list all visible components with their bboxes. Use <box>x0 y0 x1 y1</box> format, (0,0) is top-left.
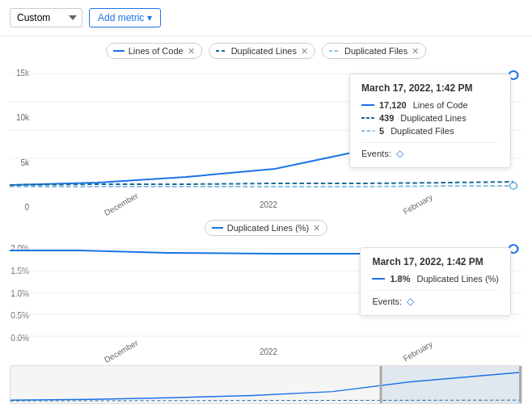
chip-label: Duplicated Lines <box>231 46 297 56</box>
chip-duplicated-lines[interactable]: Duplicated Lines ✕ <box>209 43 315 59</box>
tooltip-swatch-loc <box>361 104 374 106</box>
chip-line-solid <box>113 50 125 52</box>
add-metric-label: Add metric <box>98 12 144 23</box>
chip-line-solid-2 <box>212 227 223 229</box>
chip-close-duplicated-files[interactable]: ✕ <box>412 47 419 56</box>
chip-label-pct: Duplicated Lines (%) <box>227 223 310 233</box>
mini-chart-svg <box>11 366 521 403</box>
tooltip-swatch-dl <box>361 117 374 119</box>
custom-select[interactable]: Custom <box>10 8 82 27</box>
svg-rect-13 <box>382 366 521 403</box>
chip-close-lines-of-code[interactable]: ✕ <box>188 47 195 56</box>
events-diamond-icon-2: ◇ <box>407 296 414 307</box>
chart1-tooltip-date: March 17, 2022, 1:42 PM <box>361 82 499 94</box>
mini-chart <box>10 365 522 404</box>
chip-line-dashed-light <box>329 50 340 52</box>
chart-2-section: 2.0% 1.5% 1.0% 0.5% 0.0% March 1 <box>0 241 532 362</box>
chip-label: Duplicated Files <box>344 46 407 56</box>
chevron-down-icon: ▾ <box>147 12 152 23</box>
chart-1-section: 15k 10k 5k 0 <box>0 65 532 215</box>
chip-lines-of-code[interactable]: Lines of Code ✕ <box>106 43 202 59</box>
chip-line-dashed <box>216 50 227 52</box>
chip-duplicated-lines-pct[interactable]: Duplicated Lines (%) ✕ <box>205 220 328 236</box>
svg-rect-14 <box>380 366 382 403</box>
chip-close-duplicated-lines[interactable]: ✕ <box>301 47 308 56</box>
chips-row-1: Lines of Code ✕ Duplicated Lines ✕ Dupli… <box>0 36 532 65</box>
chart2-tooltip: March 17, 2022, 1:42 PM 1.8% Duplicated … <box>360 247 511 316</box>
chart2-x-axis: December 2022 February <box>10 346 522 362</box>
chip-label: Lines of Code <box>129 46 184 56</box>
chart1-tooltip: March 17, 2022, 1:42 PM 17,120 Lines of … <box>349 74 511 168</box>
chart1-tooltip-events: Events: ◇ <box>361 142 499 159</box>
chart2-tooltip-date: March 17, 2022, 1:42 PM <box>372 256 499 267</box>
chart2-tooltip-row-pct: 1.8% Duplicated Lines (%) <box>372 274 499 284</box>
events-diamond-icon: ◇ <box>396 148 403 159</box>
tooltip-swatch-df <box>361 130 374 132</box>
tooltip-swatch-pct <box>372 278 385 280</box>
add-metric-button[interactable]: Add metric ▾ <box>89 8 161 27</box>
chip-close-pct[interactable]: ✕ <box>313 224 320 233</box>
chart1-tooltip-row-dl: 439 Duplicated Lines <box>361 113 499 123</box>
chart2-tooltip-events: Events: ◇ <box>372 290 499 307</box>
chip-duplicated-files[interactable]: Duplicated Files ✕ <box>322 43 426 59</box>
chart1-x-axis: December 2022 February <box>10 199 522 215</box>
chart1-tooltip-row-loc: 17,120 Lines of Code <box>361 100 499 110</box>
chips-row-2: Duplicated Lines (%) ✕ <box>0 215 532 241</box>
svg-rect-15 <box>519 366 521 403</box>
chart1-tooltip-row-df: 5 Duplicated Files <box>361 126 499 136</box>
svg-point-6 <box>510 183 517 189</box>
toolbar: Custom Add metric ▾ <box>0 0 532 36</box>
